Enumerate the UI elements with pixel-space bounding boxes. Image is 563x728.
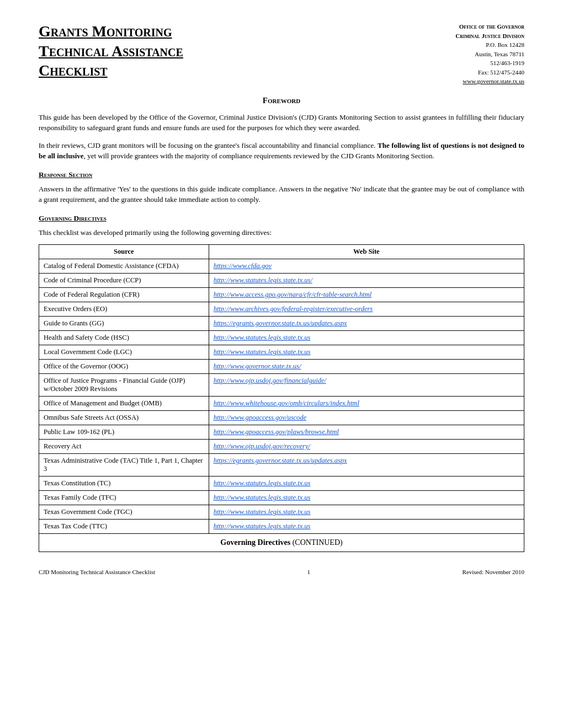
- table-row: Health and Safety Code (HSC)http://www.s…: [39, 331, 524, 345]
- table-cell-source: Texas Tax Code (TTC): [39, 520, 209, 534]
- table-row: Texas Government Code (TGC)http://www.st…: [39, 505, 524, 520]
- org-name-line1: Office of the Governor: [455, 22, 524, 31]
- table-cell-source: Texas Family Code (TFC): [39, 491, 209, 505]
- org-address-line3: P.O. Box 12428: [455, 40, 524, 50]
- foreword-p2-end: , yet will provide grantees with the maj…: [84, 152, 434, 160]
- table-row: Recovery Acthttp://www.ojp.usdoj.gov/rec…: [39, 440, 524, 454]
- table-cell-url[interactable]: http://www.gpoaccess.gov/plaws/browse.ht…: [209, 425, 524, 440]
- table-row: Texas Constitution (TC)http://www.statut…: [39, 477, 524, 491]
- table-cell-url[interactable]: http://www.statutes.legis.state.tx.us: [209, 345, 524, 360]
- table-cell-url[interactable]: https://www.cfda.gov: [209, 259, 524, 274]
- footer-governing-text: Governing Directives: [220, 538, 290, 547]
- table-row: Public Law 109-162 (PL)http://www.gpoacc…: [39, 425, 524, 440]
- col-website: Web Site: [209, 245, 524, 259]
- table-row: Office of Justice Programs - Financial G…: [39, 374, 524, 397]
- governing-directives-heading: Governing Directives: [39, 214, 524, 223]
- foreword-paragraph1: This guide has been developed by the Off…: [39, 112, 524, 133]
- table-cell-source: Catalog of Federal Domestic Assistance (…: [39, 259, 209, 274]
- table-row: Code of Federal Regulation (CFR)http://w…: [39, 288, 524, 302]
- table-cell-source: Office of the Governor (OOG): [39, 360, 209, 374]
- table-cell-url[interactable]: http://www.whitehouse.gov/omb/circulars/…: [209, 397, 524, 411]
- table-cell-source: Code of Federal Regulation (CFR): [39, 288, 209, 302]
- table-cell-url[interactable]: http://www.access.gpo.gov/nara/cfr/cfr-t…: [209, 288, 524, 302]
- table-cell-url[interactable]: http://www.statutes.legis.state.tx.us: [209, 477, 524, 491]
- table-row: Office of Management and Budget (OMB)htt…: [39, 397, 524, 411]
- table-cell-url[interactable]: https://egrants.governor.state.tx.us/upd…: [209, 317, 524, 331]
- table-cell-source: Texas Administrative Code (TAC) Title 1,…: [39, 454, 209, 477]
- table-cell-source: Public Law 109-162 (PL): [39, 425, 209, 440]
- table-footer-row: Governing Directives (CONTINUED): [39, 534, 524, 552]
- org-fax: Fax: 512/475-2440: [455, 68, 524, 77]
- table-cell-source: Recovery Act: [39, 440, 209, 454]
- response-section-heading: Response Section: [39, 170, 524, 179]
- page-title-line3: Checklist: [39, 61, 455, 80]
- org-address-line4: Austin, Texas 78711: [455, 50, 524, 59]
- page-header: Grants Monitoring Technical Assistance C…: [39, 22, 524, 86]
- page-title-line1: Grants Monitoring: [39, 22, 455, 41]
- table-cell-source: Local Government Code (LGC): [39, 345, 209, 360]
- title-block: Grants Monitoring Technical Assistance C…: [39, 22, 455, 81]
- table-header-row: Source Web Site: [39, 245, 524, 259]
- table-row: Omnibus Safe Streets Act (OSSA)http://ww…: [39, 411, 524, 425]
- footer-right: Revised: November 2010: [463, 569, 524, 575]
- table-cell-url[interactable]: https://egrants.governor.state.tx.us/upd…: [209, 454, 524, 477]
- table-cell-url[interactable]: http://www.governor.state.tx.us/: [209, 360, 524, 374]
- table-cell-url[interactable]: http://www.statutes.legis.state.tx.us: [209, 331, 524, 345]
- table-cell-source: Texas Constitution (TC): [39, 477, 209, 491]
- table-cell-source: Executive Orders (EO): [39, 302, 209, 317]
- table-row: Code of Criminal Procedure (CCP)http://w…: [39, 274, 524, 288]
- table-row: Catalog of Federal Domestic Assistance (…: [39, 259, 524, 274]
- page-footer: CJD Monitoring Technical Assistance Chec…: [39, 569, 524, 575]
- governing-directives-table: Source Web Site Catalog of Federal Domes…: [39, 244, 524, 552]
- table-cell-source: Health and Safety Code (HSC): [39, 331, 209, 345]
- table-cell-source: Code of Criminal Procedure (CCP): [39, 274, 209, 288]
- table-row: Texas Family Code (TFC)http://www.statut…: [39, 491, 524, 505]
- table-cell-url[interactable]: http://www.statutes.legis.state.tx.us: [209, 505, 524, 520]
- table-cell-source: Omnibus Safe Streets Act (OSSA): [39, 411, 209, 425]
- table-row: Texas Tax Code (TTC)http://www.statutes.…: [39, 520, 524, 534]
- foreword-paragraph2: In their reviews, CJD grant monitors wil…: [39, 140, 524, 162]
- org-website[interactable]: www.governor.state.tx.us: [455, 77, 524, 86]
- table-row: Office of the Governor (OOG)http://www.g…: [39, 360, 524, 374]
- footer-governing-label: Governing Directives (CONTINUED): [220, 538, 342, 547]
- table-cell-source: Guide to Grants (GG): [39, 317, 209, 331]
- table-cell-url[interactable]: http://www.ojp.usdoj.gov/financialguide/: [209, 374, 524, 397]
- table-cell-url[interactable]: http://www.gpoaccess.gov/uscode: [209, 411, 524, 425]
- table-row: Guide to Grants (GG)https://egrants.gove…: [39, 317, 524, 331]
- org-phone: 512/463-1919: [455, 58, 524, 68]
- page-title-line2: Technical Assistance: [39, 42, 455, 61]
- table-cell-url[interactable]: http://www.statutes.legis.state.tx.us/: [209, 274, 524, 288]
- address-block: Office of the Governor Criminal Justice …: [455, 22, 524, 86]
- table-cell-source: Office of Management and Budget (OMB): [39, 397, 209, 411]
- foreword-p2-start: In their reviews, CJD grant monitors wil…: [39, 141, 378, 149]
- table-row: Texas Administrative Code (TAC) Title 1,…: [39, 454, 524, 477]
- table-cell-url[interactable]: http://www.archives.gov/federal-register…: [209, 302, 524, 317]
- col-source: Source: [39, 245, 209, 259]
- table-cell-url[interactable]: http://www.statutes.legis.state.tx.us: [209, 520, 524, 534]
- footer-left: CJD Monitoring Technical Assistance Chec…: [39, 569, 155, 575]
- foreword-title: Foreword: [39, 96, 524, 105]
- response-section-paragraph: Answers in the affirmative 'Yes' to the …: [39, 184, 524, 205]
- table-row: Executive Orders (EO)http://www.archives…: [39, 302, 524, 317]
- governing-directives-intro: This checklist was developed primarily u…: [39, 227, 524, 238]
- footer-center: 1: [307, 569, 311, 575]
- table-cell-url[interactable]: http://www.ojp.usdoj.gov/recovery/: [209, 440, 524, 454]
- table-cell-source: Texas Government Code (TGC): [39, 505, 209, 520]
- table-row: Local Government Code (LGC)http://www.st…: [39, 345, 524, 360]
- org-name-line2: Criminal Justice Division: [455, 31, 524, 41]
- table-cell-url[interactable]: http://www.statutes.legis.state.tx.us: [209, 491, 524, 505]
- footer-continued: (CONTINUED): [293, 538, 343, 547]
- table-cell-source: Office of Justice Programs - Financial G…: [39, 374, 209, 397]
